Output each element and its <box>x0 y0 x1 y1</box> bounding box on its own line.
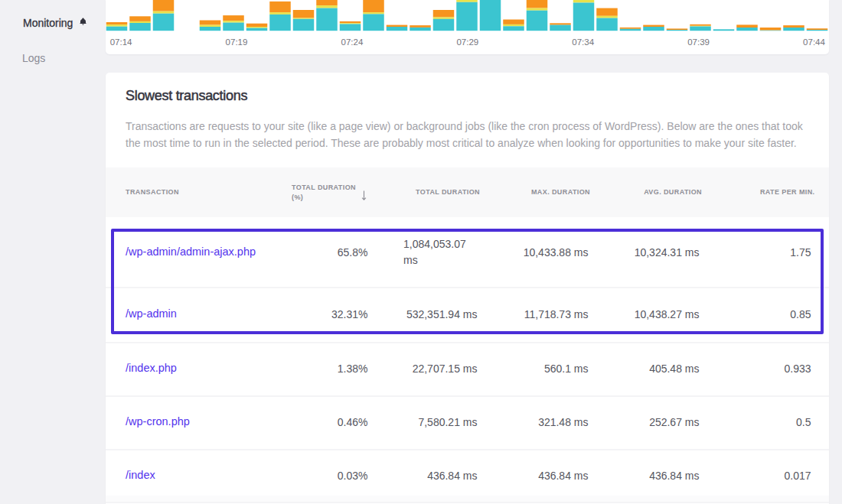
svg-text:07:29: 07:29 <box>456 37 478 47</box>
svg-text:07:44: 07:44 <box>803 37 825 47</box>
svg-text:07:34: 07:34 <box>572 37 594 47</box>
svg-text:07:39: 07:39 <box>687 37 710 47</box>
svg-text:07:14: 07:14 <box>110 37 132 47</box>
svg-text:07:24: 07:24 <box>341 37 364 47</box>
svg-text:07:19: 07:19 <box>226 37 248 47</box>
